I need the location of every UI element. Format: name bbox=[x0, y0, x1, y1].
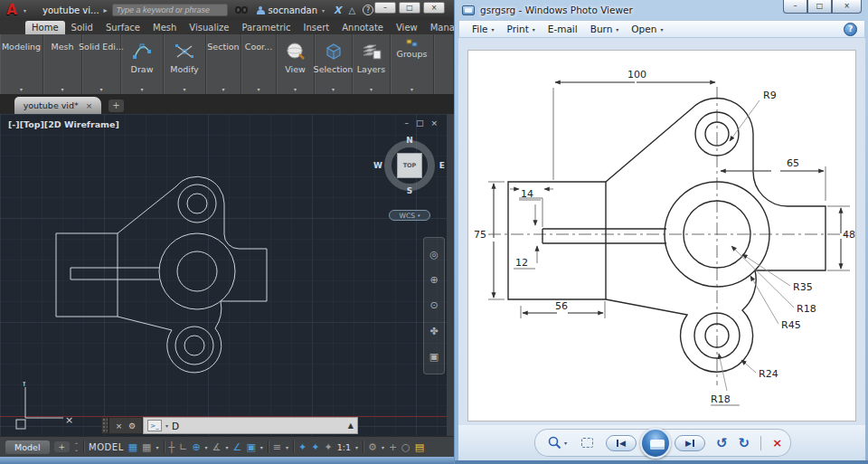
command-history-icon[interactable]: ▲ bbox=[348, 421, 354, 430]
panel-dropdown-icon[interactable]: ▾ bbox=[183, 86, 185, 92]
close-button[interactable]: × bbox=[423, 2, 445, 14]
command-input-area[interactable]: >_ ▾ D ▲ bbox=[143, 417, 358, 434]
rotate-clockwise-button[interactable]: ↻ bbox=[739, 435, 750, 451]
viewport-label[interactable]: [-][Top][2D Wireframe] bbox=[8, 119, 119, 129]
autocad-logo-icon[interactable]: A bbox=[0, 1, 24, 19]
zoom-button[interactable]: ▾ bbox=[548, 436, 567, 450]
username[interactable]: socnandan bbox=[269, 5, 317, 15]
annotation-scale-value[interactable]: 1:1 bbox=[337, 442, 351, 452]
grid-dropdown-icon[interactable]: ▾ bbox=[156, 444, 159, 450]
a360-icon[interactable]: △ bbox=[349, 5, 356, 15]
clean-screen-icon[interactable]: ○ bbox=[401, 441, 410, 453]
tab-insert[interactable]: Insert bbox=[297, 21, 336, 34]
nav-wheel-icon[interactable]: ◎ bbox=[429, 249, 439, 260]
viewcube[interactable]: N S W E TOP bbox=[382, 137, 438, 194]
lineweight-dropdown-icon[interactable]: ▾ bbox=[286, 444, 288, 450]
zoom-dropdown-icon[interactable]: ▾ bbox=[564, 440, 567, 446]
help-button[interactable]: ? bbox=[844, 23, 857, 36]
play-slideshow-button[interactable] bbox=[640, 428, 671, 459]
menu-email[interactable]: E-mail bbox=[548, 24, 578, 34]
annotation-visibility-icon[interactable]: ✦ bbox=[298, 441, 307, 453]
snap-mode-icon[interactable]: ┼ bbox=[169, 441, 175, 453]
user-dropdown-icon[interactable]: ▾ bbox=[322, 7, 325, 14]
polar-dropdown-icon[interactable]: ▾ bbox=[205, 444, 208, 450]
panel-draw[interactable]: Draw ▾ bbox=[121, 34, 164, 94]
search-binoculars-icon[interactable] bbox=[235, 6, 248, 14]
actual-size-button[interactable] bbox=[581, 438, 593, 448]
panel-dropdown-icon[interactable]: ▾ bbox=[140, 86, 143, 92]
command-line[interactable]: × ⚙ >_ ▾ D ▲ bbox=[101, 417, 358, 434]
isodraft-icon[interactable]: ∡ bbox=[212, 441, 222, 453]
viewcube-top-face[interactable]: TOP bbox=[397, 153, 422, 178]
performance-icon[interactable]: ▤ bbox=[415, 441, 424, 453]
polar-tracking-icon[interactable]: ⊕ bbox=[192, 441, 200, 453]
panel-dropdown-icon[interactable]: ▾ bbox=[20, 86, 23, 92]
viewcube-south[interactable]: S bbox=[407, 186, 412, 195]
minimize-button[interactable]: – bbox=[374, 2, 396, 14]
user-avatar-icon[interactable] bbox=[257, 6, 265, 14]
menu-print[interactable]: Print ▾ bbox=[507, 24, 535, 34]
drawing-canvas[interactable]: [-][Top][2D Wireframe] – □ × N S W E TOP… bbox=[0, 114, 447, 436]
viewcube-north[interactable]: N bbox=[406, 136, 413, 145]
panel-dropdown-icon[interactable]: ▾ bbox=[370, 86, 373, 92]
model-layout-tab[interactable]: Model bbox=[5, 440, 50, 454]
panel-dropdown-icon[interactable]: ▾ bbox=[410, 86, 413, 92]
logo-dropdown-icon[interactable]: ▾ bbox=[24, 7, 26, 14]
grid-toggle-icon[interactable]: ▦ bbox=[128, 441, 137, 453]
autoscale-icon[interactable]: ✦ bbox=[311, 441, 319, 453]
command-input-value[interactable]: D bbox=[172, 421, 179, 431]
viewcube-east[interactable]: E bbox=[439, 161, 445, 170]
panel-dropdown-icon[interactable]: ▾ bbox=[332, 86, 335, 92]
command-grip[interactable] bbox=[101, 417, 108, 434]
customization-gear-icon[interactable]: ⚙ bbox=[368, 441, 377, 453]
next-button[interactable]: ▶ bbox=[675, 435, 705, 451]
grid-display-icon[interactable]: ▦ bbox=[142, 441, 151, 453]
exchange-apps-icon[interactable]: X bbox=[334, 5, 341, 16]
menu-file[interactable]: File ▾ bbox=[472, 24, 495, 34]
delete-button[interactable]: × bbox=[772, 436, 782, 450]
tab-home[interactable]: Home bbox=[25, 21, 65, 34]
new-layout-button[interactable]: + bbox=[54, 441, 71, 452]
model-space-label[interactable]: MODEL bbox=[89, 442, 124, 452]
panel-layers[interactable]: Layers ▾ bbox=[353, 34, 391, 94]
help-icon[interactable]: ? bbox=[363, 5, 373, 15]
zoom-icon[interactable]: ⊙ bbox=[429, 299, 438, 311]
panel-groups[interactable]: Groups ▾ bbox=[391, 34, 434, 94]
object-snap-tracking-icon[interactable]: ∠ bbox=[233, 441, 242, 453]
annotation-scale-icon[interactable]: ✦ bbox=[324, 441, 332, 453]
tab-surface[interactable]: Surface bbox=[99, 21, 146, 34]
layout-chevrons-icon[interactable]: ⌃⌄ bbox=[74, 442, 79, 451]
panel-modify[interactable]: Modify ▾ bbox=[164, 34, 206, 94]
scale-dropdown-icon[interactable]: ▾ bbox=[355, 444, 358, 450]
panel-section[interactable]: Section ▾ bbox=[206, 34, 241, 94]
search-input[interactable] bbox=[112, 4, 228, 16]
file-tab-close-icon[interactable]: × bbox=[86, 101, 93, 110]
isolate-objects-icon[interactable]: + bbox=[389, 441, 397, 453]
tab-view[interactable]: View bbox=[390, 21, 424, 34]
object-snap-icon[interactable]: ▣ bbox=[246, 441, 255, 453]
rotate-counterclockwise-button[interactable]: ↺ bbox=[716, 435, 728, 451]
tab-parametric[interactable]: Parametric bbox=[235, 21, 297, 34]
photo-image[interactable]: 100 R9 65 75 14 12 56 48 R35 R18 R45 R24… bbox=[467, 50, 856, 421]
osnap-dropdown-icon[interactable]: ▾ bbox=[260, 444, 263, 450]
maximize-button[interactable]: □ bbox=[399, 2, 420, 14]
previous-button[interactable]: ◀ bbox=[606, 435, 637, 451]
qat-expand-icon[interactable]: ▸ bbox=[104, 6, 108, 14]
maximize-button[interactable]: □ bbox=[807, 0, 832, 14]
tab-solid[interactable]: Solid bbox=[65, 21, 99, 34]
ortho-mode-icon[interactable]: ∟ bbox=[179, 441, 187, 453]
viewport-minimize-icon[interactable]: – bbox=[404, 118, 409, 128]
panel-dropdown-icon[interactable]: ▾ bbox=[294, 86, 297, 92]
panel-modeling[interactable]: Modeling ▾ bbox=[0, 34, 43, 94]
isodraft-dropdown-icon[interactable]: ▾ bbox=[225, 444, 228, 450]
command-dropdown-icon[interactable]: ▾ bbox=[165, 422, 168, 429]
orbit-icon[interactable]: ✤ bbox=[429, 326, 438, 337]
panel-dropdown-icon[interactable]: ▾ bbox=[222, 86, 224, 92]
panel-dropdown-icon[interactable]: ▾ bbox=[99, 86, 102, 92]
tab-visualize[interactable]: Visualize bbox=[183, 21, 235, 34]
command-customize-icon[interactable]: ⚙ bbox=[128, 421, 136, 431]
panel-solid-editing[interactable]: Solid Edi... ▾ bbox=[82, 34, 121, 94]
pan-icon[interactable]: ⊕ bbox=[429, 274, 438, 286]
new-file-tab-button[interactable]: + bbox=[108, 99, 124, 112]
panel-mesh[interactable]: Mesh ▾ bbox=[43, 34, 82, 94]
